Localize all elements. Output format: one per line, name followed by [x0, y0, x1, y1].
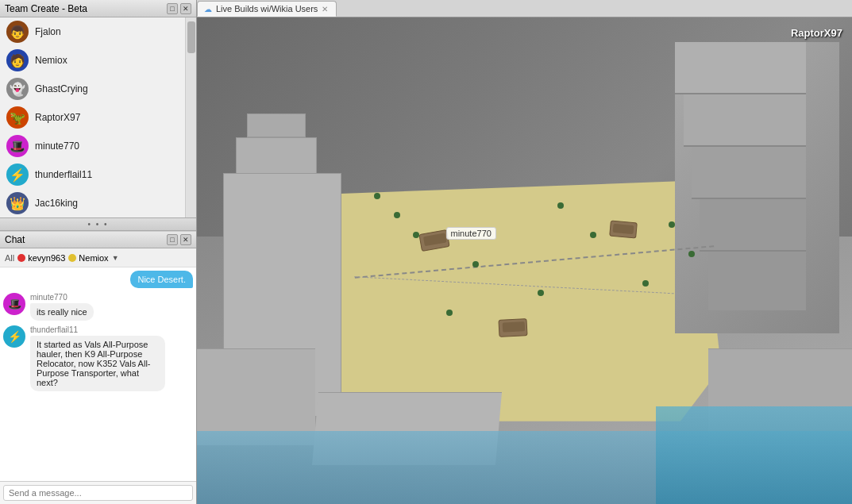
- chat-maximize-btn[interactable]: □: [167, 234, 178, 245]
- water-right: [656, 406, 853, 504]
- chat-content: thunderflail11 It started as Vals All-Pu…: [30, 325, 193, 391]
- filter-user1-dot: [17, 254, 25, 262]
- team-create-header: Team Create - Beta □ ✕: [0, 0, 196, 17]
- tree-11: [642, 280, 649, 287]
- tree-5: [590, 232, 596, 238]
- tree-6: [472, 261, 479, 267]
- collapse-bar[interactable]: • • •: [0, 217, 196, 230]
- filter-user2-label: Nemiox: [79, 253, 108, 263]
- member-name: Jac16king: [35, 198, 78, 209]
- members-scrollbar-thumb: [187, 21, 195, 53]
- chat-message: ⚡ thunderflail11 It started as Vals All-…: [3, 325, 193, 391]
- filter-user1-badge[interactable]: kevyn963: [17, 253, 65, 263]
- member-avatar: 🦖: [6, 106, 29, 129]
- members-list: 👦 Fjalon 🧑 Nemiox 👻 GhastCrying 🦖 Raptor…: [0, 17, 185, 217]
- active-tab[interactable]: ☁ Live Builds wi/Wikia Users ✕: [197, 1, 337, 17]
- tab-cloud-icon: ☁: [204, 5, 212, 13]
- chat-username: thunderflail11: [30, 325, 193, 334]
- filter-user2-badge[interactable]: Nemiox: [68, 253, 108, 263]
- main-viewport: ☁ Live Builds wi/Wikia Users ✕: [197, 0, 852, 504]
- tab-bar: ☁ Live Builds wi/Wikia Users ✕: [197, 0, 852, 17]
- member-name: Fjalon: [35, 26, 61, 37]
- members-scrollbar[interactable]: [185, 17, 196, 217]
- tree-2: [394, 212, 400, 218]
- filter-all[interactable]: All: [5, 253, 14, 263]
- chat-header: Chat □ ✕: [0, 231, 196, 248]
- chat-messages: Nice Desert. 🎩 minute770 its really nice…: [0, 267, 196, 481]
- member-avatar: 🧑: [6, 49, 29, 71]
- tab-close-btn[interactable]: ✕: [322, 5, 328, 13]
- viewport-canvas: minute770 RaptorX97: [197, 17, 852, 504]
- member-avatar: 👑: [6, 192, 29, 214]
- member-name: Nemiox: [35, 55, 67, 66]
- chat-text-bubble: It started as Vals All-Purpose hauler, t…: [30, 336, 165, 391]
- raptor-label: RaptorX97: [791, 27, 842, 39]
- member-item[interactable]: 🦖 RaptorX97: [0, 103, 185, 132]
- member-item[interactable]: 👻 GhastCrying: [0, 75, 185, 103]
- collapse-dots: • • •: [87, 220, 108, 229]
- member-item[interactable]: 👑 Jac16king: [0, 189, 185, 217]
- member-name: thunderflail11: [35, 169, 92, 180]
- chat-close-btn[interactable]: ✕: [180, 234, 191, 245]
- chat-avatar: ⚡: [3, 325, 25, 348]
- member-avatar: 🎩: [6, 135, 29, 157]
- chat-panel: Chat □ ✕ All kevyn963 Nemiox ▼ Nice Dese…: [0, 231, 196, 504]
- member-item[interactable]: 🎩 minute770: [0, 132, 185, 160]
- team-create-close-btn[interactable]: ✕: [180, 3, 191, 14]
- left-panel: Team Create - Beta □ ✕ 👦 Fjalon 🧑 Nemiox…: [0, 0, 197, 504]
- chat-message: 🎩 minute770 its really nice: [3, 293, 193, 321]
- stepped-platforms: [675, 42, 839, 334]
- member-avatar: ⚡: [6, 164, 29, 186]
- tree-8: [446, 310, 453, 316]
- team-create-title: Team Create - Beta: [5, 3, 87, 14]
- member-item[interactable]: 👦 Fjalon: [0, 17, 185, 46]
- tree-4: [557, 202, 564, 209]
- chat-content: minute770 its really nice: [30, 293, 193, 321]
- member-name: minute770: [35, 140, 79, 152]
- tree-1: [374, 193, 380, 199]
- member-item[interactable]: 🧑 Nemiox: [0, 46, 185, 75]
- chat-filters: All kevyn963 Nemiox ▼: [0, 248, 196, 267]
- team-create-header-icons: □ ✕: [167, 3, 191, 14]
- team-create-maximize-btn[interactable]: □: [167, 3, 178, 14]
- chat-bubble-text: Nice Desert.: [130, 271, 193, 288]
- member-avatar: 👻: [6, 78, 29, 100]
- member-name: GhastCrying: [35, 83, 88, 94]
- members-container: 👦 Fjalon 🧑 Nemiox 👻 GhastCrying 🦖 Raptor…: [0, 17, 196, 217]
- vehicle-2: [609, 221, 638, 239]
- chat-bubble-right: Nice Desert.: [3, 271, 193, 288]
- team-create-panel: Team Create - Beta □ ✕ 👦 Fjalon 🧑 Nemiox…: [0, 0, 196, 231]
- filter-user2-dot: [68, 254, 76, 262]
- chat-title: Chat: [5, 234, 25, 245]
- chat-username: minute770: [30, 293, 193, 302]
- member-avatar: 👦: [6, 21, 29, 43]
- tree-10: [688, 251, 695, 257]
- chat-input-area: [0, 481, 196, 504]
- filter-user1-label: kevyn963: [28, 253, 65, 263]
- chat-text-bubble: its really nice: [30, 303, 94, 321]
- chat-input[interactable]: [3, 485, 193, 501]
- scene-background: minute770 RaptorX97: [197, 17, 852, 504]
- vehicle-3: [498, 318, 527, 337]
- chat-avatar: 🎩: [3, 293, 25, 315]
- member-item[interactable]: ⚡ thunderflail11: [0, 160, 185, 189]
- tab-label: Live Builds wi/Wikia Users: [216, 4, 318, 13]
- member-name: RaptorX97: [35, 112, 80, 123]
- filter-dropdown-icon[interactable]: ▼: [112, 254, 119, 262]
- chat-header-icons: □ ✕: [167, 234, 191, 245]
